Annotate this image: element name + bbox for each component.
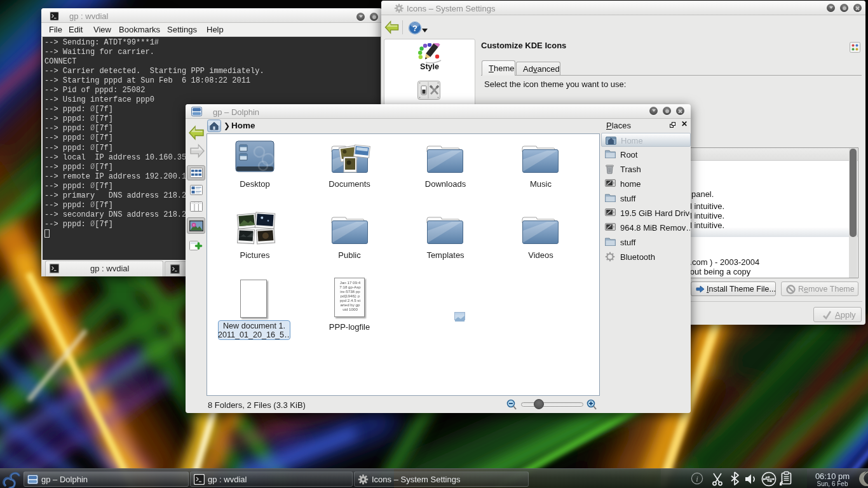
svg-text:ire-5738 pp: ire-5738 pp <box>340 289 360 294</box>
svg-text:i: i <box>696 474 698 484</box>
svg-text:?: ? <box>412 24 417 33</box>
svg-text:arted by gp: arted by gp <box>341 302 361 307</box>
svg-text:ppd 2.4.5 st: ppd 2.4.5 st <box>340 298 361 302</box>
svg-text:7:18 gp-Asp: 7:18 gp-Asp <box>339 285 361 289</box>
svg-text:uid 1000: uid 1000 <box>342 307 358 311</box>
svg-text:Jan 17 09:4: Jan 17 09:4 <box>340 280 361 285</box>
svg-text:pd[1946]: p: pd[1946]: p <box>341 294 361 298</box>
